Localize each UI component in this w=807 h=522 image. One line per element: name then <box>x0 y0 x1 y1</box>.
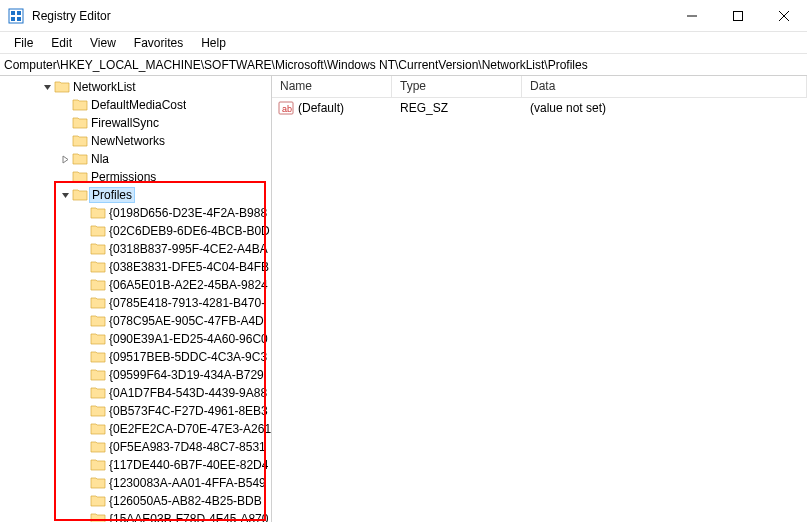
folder-icon <box>90 511 106 522</box>
folder-icon <box>90 295 106 311</box>
tree-item-label: NetworkList <box>73 80 136 94</box>
chevron-right-icon[interactable] <box>58 155 72 164</box>
folder-icon <box>90 475 106 491</box>
window-title: Registry Editor <box>32 9 669 23</box>
svg-rect-4 <box>17 17 21 21</box>
folder-icon <box>54 79 70 95</box>
value-type: REG_SZ <box>392 101 522 115</box>
tree-item[interactable]: FirewallSync <box>0 114 271 132</box>
tree-item-label: {0785E418-7913-4281-B470- <box>109 296 265 310</box>
tree-item-label: {1230083A-AA01-4FFA-B549 <box>109 476 266 490</box>
tree-item-label: {06A5E01B-A2E2-45BA-9824 <box>109 278 268 292</box>
menu-help[interactable]: Help <box>193 34 234 52</box>
menu-edit[interactable]: Edit <box>43 34 80 52</box>
tree-item[interactable]: {117DE440-6B7F-40EE-82D4 <box>0 456 271 474</box>
menu-view[interactable]: View <box>82 34 124 52</box>
tree-item[interactable]: {15AAE03B-F78D-4F45-A870 <box>0 510 271 522</box>
svg-text:ab: ab <box>282 104 292 114</box>
chevron-down-icon[interactable] <box>58 191 72 200</box>
tree-item-label: {0318B837-995F-4CE2-A4BA <box>109 242 268 256</box>
tree-item[interactable]: {0A1D7FB4-543D-4439-9A88 <box>0 384 271 402</box>
tree-item[interactable]: {1230083A-AA01-4FFA-B549 <box>0 474 271 492</box>
folder-icon <box>90 385 106 401</box>
tree-item[interactable]: Permissions <box>0 168 271 186</box>
tree-item[interactable]: {0198D656-D23E-4F2A-B988 <box>0 204 271 222</box>
tree-pane[interactable]: NetworkListDefaultMediaCostFirewallSyncN… <box>0 76 272 522</box>
tree-item-label: {038E3831-DFE5-4C04-B4FB <box>109 260 269 274</box>
svg-rect-6 <box>734 11 743 20</box>
tree-item-label: NewNetworks <box>91 134 165 148</box>
content-area: NetworkListDefaultMediaCostFirewallSyncN… <box>0 76 807 522</box>
tree-item[interactable]: {02C6DEB9-6DE6-4BCB-B0D <box>0 222 271 240</box>
address-path: Computer\HKEY_LOCAL_MACHINE\SOFTWARE\Mic… <box>4 58 588 72</box>
folder-icon <box>90 439 106 455</box>
menu-favorites[interactable]: Favorites <box>126 34 191 52</box>
chevron-down-icon[interactable] <box>40 83 54 92</box>
regedit-app-icon <box>8 8 24 24</box>
address-bar[interactable]: Computer\HKEY_LOCAL_MACHINE\SOFTWARE\Mic… <box>0 54 807 76</box>
folder-icon <box>90 205 106 221</box>
maximize-button[interactable] <box>715 0 761 31</box>
column-header-name[interactable]: Name <box>272 76 392 97</box>
folder-icon <box>90 277 106 293</box>
tree-item[interactable]: NewNetworks <box>0 132 271 150</box>
tree-item-label: Permissions <box>91 170 156 184</box>
tree-item-label: FirewallSync <box>91 116 159 130</box>
list-pane[interactable]: Name Type Data ab(Default)REG_SZ(value n… <box>272 76 807 522</box>
folder-icon <box>90 241 106 257</box>
tree-item[interactable]: {0785E418-7913-4281-B470- <box>0 294 271 312</box>
svg-rect-1 <box>11 11 15 15</box>
tree-item-label: {0198D656-D23E-4F2A-B988 <box>109 206 267 220</box>
menu-bar: File Edit View Favorites Help <box>0 32 807 54</box>
folder-icon <box>90 457 106 473</box>
column-header-data[interactable]: Data <box>522 76 807 97</box>
tree-item[interactable]: DefaultMediaCost <box>0 96 271 114</box>
tree-item[interactable]: {078C95AE-905C-47FB-A4D <box>0 312 271 330</box>
tree-item-label: {078C95AE-905C-47FB-A4D <box>109 314 264 328</box>
tree-item-label: {15AAE03B-F78D-4F45-A870 <box>109 512 268 522</box>
tree-item[interactable]: {090E39A1-ED25-4A60-96C0 <box>0 330 271 348</box>
close-button[interactable] <box>761 0 807 31</box>
tree-item[interactable]: {06A5E01B-A2E2-45BA-9824 <box>0 276 271 294</box>
tree-item[interactable]: {126050A5-AB82-4B25-BDB <box>0 492 271 510</box>
value-row[interactable]: ab(Default)REG_SZ(value not set) <box>272 98 807 118</box>
folder-icon <box>72 133 88 149</box>
tree-item-label: Profiles <box>89 187 135 203</box>
folder-icon <box>90 493 106 509</box>
tree-item-label: {090E39A1-ED25-4A60-96C0 <box>109 332 268 346</box>
tree-item[interactable]: {0F5EA983-7D48-48C7-8531 <box>0 438 271 456</box>
tree-item[interactable]: {038E3831-DFE5-4C04-B4FB <box>0 258 271 276</box>
tree-item[interactable]: {0B573F4C-F27D-4961-8EB3 <box>0 402 271 420</box>
minimize-button[interactable] <box>669 0 715 31</box>
value-data: (value not set) <box>522 101 807 115</box>
folder-icon <box>72 115 88 131</box>
value-name: (Default) <box>298 101 344 115</box>
tree-item-label: {09599F64-3D19-434A-B729 <box>109 368 264 382</box>
folder-icon <box>72 151 88 167</box>
svg-rect-2 <box>17 11 21 15</box>
folder-icon <box>90 403 106 419</box>
folder-icon <box>72 169 88 185</box>
folder-icon <box>90 331 106 347</box>
title-bar: Registry Editor <box>0 0 807 32</box>
folder-icon <box>90 259 106 275</box>
folder-icon <box>90 421 106 437</box>
menu-file[interactable]: File <box>6 34 41 52</box>
tree-item[interactable]: {09517BEB-5DDC-4C3A-9C3 <box>0 348 271 366</box>
folder-icon <box>90 349 106 365</box>
folder-icon <box>90 367 106 383</box>
tree-item[interactable]: {0318B837-995F-4CE2-A4BA <box>0 240 271 258</box>
window-controls <box>669 0 807 31</box>
tree-item-label: DefaultMediaCost <box>91 98 186 112</box>
svg-rect-3 <box>11 17 15 21</box>
tree-item[interactable]: {09599F64-3D19-434A-B729 <box>0 366 271 384</box>
list-header: Name Type Data <box>272 76 807 98</box>
folder-icon <box>72 187 88 203</box>
tree-item[interactable]: {0E2FE2CA-D70E-47E3-A261 <box>0 420 271 438</box>
tree-item[interactable]: Profiles <box>0 186 271 204</box>
tree-item[interactable]: Nla <box>0 150 271 168</box>
tree-item-label: {02C6DEB9-6DE6-4BCB-B0D <box>109 224 270 238</box>
tree-item-label: {117DE440-6B7F-40EE-82D4 <box>109 458 268 472</box>
column-header-type[interactable]: Type <box>392 76 522 97</box>
tree-item[interactable]: NetworkList <box>0 78 271 96</box>
